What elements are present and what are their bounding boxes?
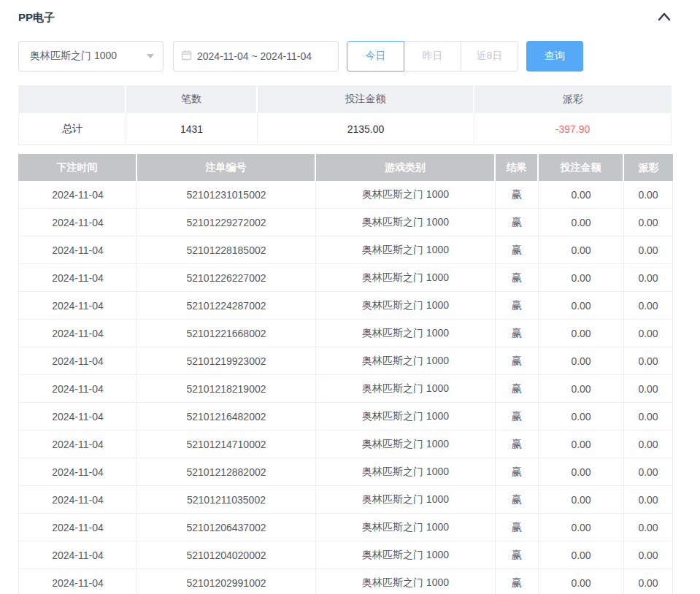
cell-game-category: 奥林匹斯之门 1000 bbox=[316, 514, 496, 541]
cell-game-category: 奥林匹斯之门 1000 bbox=[316, 569, 496, 594]
cell-payout: 0.00 bbox=[624, 458, 673, 485]
cell-order-no: 52101226227002 bbox=[137, 264, 316, 291]
cell-order-no: 52101221668002 bbox=[137, 320, 316, 347]
summary-header-empty bbox=[18, 85, 126, 113]
panel-header: PP电子 bbox=[18, 9, 673, 26]
game-select[interactable]: 奥林匹斯之门 1000 bbox=[18, 41, 164, 72]
cell-game-category: 奥林匹斯之门 1000 bbox=[316, 292, 496, 319]
cell-result: 赢 bbox=[496, 458, 539, 485]
cell-result: 赢 bbox=[496, 264, 539, 291]
bet-table-body: 2024-11-04 52101231015002 奥林匹斯之门 1000 赢 … bbox=[18, 181, 673, 594]
cell-bet-time: 2024-11-04 bbox=[18, 569, 137, 594]
cell-order-no: 52101216482002 bbox=[137, 403, 316, 430]
cell-game-category: 奥林匹斯之门 1000 bbox=[316, 431, 496, 458]
cell-payout: 0.00 bbox=[624, 181, 673, 208]
cell-payout: 0.00 bbox=[624, 375, 673, 402]
summary-total-count: 1431 bbox=[126, 113, 258, 144]
cell-bet-time: 2024-11-04 bbox=[18, 403, 137, 430]
cell-bet-amount: 0.00 bbox=[539, 403, 624, 430]
cell-payout: 0.00 bbox=[624, 569, 673, 594]
cell-payout: 0.00 bbox=[624, 209, 673, 236]
cell-game-category: 奥林匹斯之门 1000 bbox=[316, 541, 496, 568]
cell-bet-amount: 0.00 bbox=[539, 320, 624, 347]
cell-result: 赢 bbox=[496, 486, 539, 513]
cell-game-category: 奥林匹斯之门 1000 bbox=[316, 375, 496, 402]
cell-result: 赢 bbox=[496, 292, 539, 319]
cell-bet-amount: 0.00 bbox=[539, 209, 624, 236]
cell-order-no: 52101202991002 bbox=[137, 569, 316, 594]
table-row: 2024-11-04 52101214710002 奥林匹斯之门 1000 赢 … bbox=[18, 431, 673, 458]
cell-bet-time: 2024-11-04 bbox=[18, 181, 137, 208]
search-button[interactable]: 查询 bbox=[526, 41, 583, 72]
cell-result: 赢 bbox=[496, 541, 539, 568]
cell-result: 赢 bbox=[496, 347, 539, 374]
table-row: 2024-11-04 52101211035002 奥林匹斯之门 1000 赢 … bbox=[18, 486, 673, 514]
cell-bet-time: 2024-11-04 bbox=[18, 458, 137, 485]
cell-result: 赢 bbox=[496, 320, 539, 347]
cell-payout: 0.00 bbox=[624, 347, 673, 374]
cell-game-category: 奥林匹斯之门 1000 bbox=[316, 236, 496, 263]
cell-result: 赢 bbox=[496, 569, 539, 594]
panel-title: PP电子 bbox=[18, 11, 55, 25]
cell-payout: 0.00 bbox=[624, 514, 673, 541]
cell-bet-time: 2024-11-04 bbox=[18, 292, 137, 319]
cell-bet-time: 2024-11-04 bbox=[18, 541, 137, 568]
yesterday-button[interactable]: 昨日 bbox=[404, 41, 461, 72]
table-row: 2024-11-04 52101218219002 奥林匹斯之门 1000 赢 … bbox=[18, 375, 673, 403]
cell-bet-amount: 0.00 bbox=[539, 541, 624, 568]
cell-result: 赢 bbox=[496, 181, 539, 208]
summary-header-bet-amount: 投注金额 bbox=[258, 85, 474, 113]
header-bet-amount: 投注金额 bbox=[539, 154, 624, 181]
summary-header-payout: 派彩 bbox=[474, 85, 672, 113]
cell-result: 赢 bbox=[496, 209, 539, 236]
cell-bet-amount: 0.00 bbox=[539, 486, 624, 513]
cell-bet-time: 2024-11-04 bbox=[18, 514, 137, 541]
cell-game-category: 奥林匹斯之门 1000 bbox=[316, 320, 496, 347]
summary-total-label: 总计 bbox=[18, 113, 126, 144]
summary-total-row: 总计 1431 2135.00 -397.90 bbox=[18, 113, 672, 145]
summary-table: 笔数 投注金额 派彩 总计 1431 2135.00 -397.90 bbox=[18, 85, 672, 145]
quick-range-button-group: 今日 昨日 近8日 bbox=[347, 41, 518, 72]
cell-bet-time: 2024-11-04 bbox=[18, 431, 137, 458]
cell-bet-amount: 0.00 bbox=[539, 264, 624, 291]
cell-order-no: 52101211035002 bbox=[137, 486, 316, 513]
table-row: 2024-11-04 52101216482002 奥林匹斯之门 1000 赢 … bbox=[18, 403, 673, 431]
cell-game-category: 奥林匹斯之门 1000 bbox=[316, 458, 496, 485]
cell-result: 赢 bbox=[496, 514, 539, 541]
cell-order-no: 52101224287002 bbox=[137, 292, 316, 319]
cell-order-no: 52101212882002 bbox=[137, 458, 316, 485]
pp-electronic-panel: PP电子 奥林匹斯之门 1000 2024-11-04 ~ bbox=[0, 9, 700, 594]
cell-bet-amount: 0.00 bbox=[539, 181, 624, 208]
cell-bet-amount: 0.00 bbox=[539, 236, 624, 263]
cell-payout: 0.00 bbox=[624, 486, 673, 513]
cell-bet-time: 2024-11-04 bbox=[18, 236, 137, 263]
collapse-button[interactable] bbox=[655, 9, 673, 26]
cell-order-no: 52101206437002 bbox=[137, 514, 316, 541]
cell-bet-amount: 0.00 bbox=[539, 514, 624, 541]
table-row: 2024-11-04 52101221668002 奥林匹斯之门 1000 赢 … bbox=[18, 320, 673, 347]
cell-bet-amount: 0.00 bbox=[539, 431, 624, 458]
table-row: 2024-11-04 52101228185002 奥林匹斯之门 1000 赢 … bbox=[18, 236, 673, 264]
cell-result: 赢 bbox=[496, 403, 539, 430]
cell-bet-amount: 0.00 bbox=[539, 347, 624, 374]
cell-order-no: 52101219923002 bbox=[137, 347, 316, 374]
cell-result: 赢 bbox=[496, 236, 539, 263]
date-range-input[interactable]: 2024-11-04 ~ 2024-11-04 bbox=[173, 41, 339, 72]
cell-bet-time: 2024-11-04 bbox=[18, 264, 137, 291]
date-range-value: 2024-11-04 ~ 2024-11-04 bbox=[197, 50, 312, 62]
cell-bet-time: 2024-11-04 bbox=[18, 320, 137, 347]
summary-header-row: 笔数 投注金额 派彩 bbox=[18, 85, 672, 113]
bet-table-header-row: 下注时间 注单编号 游戏类别 结果 投注金额 派彩 bbox=[18, 154, 673, 181]
header-bet-time: 下注时间 bbox=[18, 154, 137, 181]
header-order-no: 注单编号 bbox=[137, 154, 316, 181]
table-row: 2024-11-04 52101212882002 奥林匹斯之门 1000 赢 … bbox=[18, 458, 673, 486]
cell-bet-amount: 0.00 bbox=[539, 292, 624, 319]
last-8-days-button[interactable]: 近8日 bbox=[461, 41, 518, 72]
game-select-value: 奥林匹斯之门 1000 bbox=[30, 50, 147, 63]
cell-bet-amount: 0.00 bbox=[539, 375, 624, 402]
cell-bet-time: 2024-11-04 bbox=[18, 347, 137, 374]
summary-total-bet-amount: 2135.00 bbox=[258, 113, 474, 144]
today-button[interactable]: 今日 bbox=[347, 41, 404, 72]
filter-bar: 奥林匹斯之门 1000 2024-11-04 ~ 2024-11-04 今日 昨… bbox=[18, 41, 700, 72]
cell-payout: 0.00 bbox=[624, 541, 673, 568]
